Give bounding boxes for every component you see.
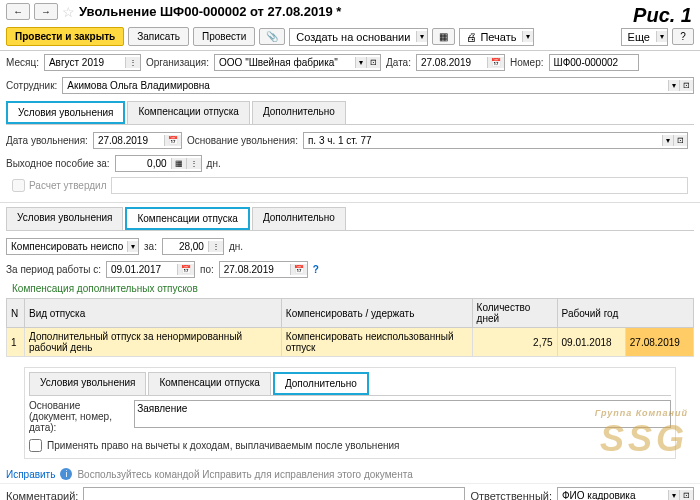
comp-mode-field[interactable]: ▾ [6,238,139,255]
tab3-dopolnitelno[interactable]: Дополнительно [273,372,369,395]
eshche-dropdown[interactable]: Еще▾ [621,28,668,46]
help-icon[interactable]: ? [313,264,319,275]
watermark: Группа Компаний SSG [595,408,688,460]
month-field[interactable]: ⋮ [44,54,141,71]
sozdat-dropdown[interactable]: Создать на основании▾ [289,28,428,46]
employee-field[interactable]: ▾⊡ [62,77,694,94]
favorite-icon[interactable]: ☆ [62,4,75,20]
back-button[interactable]: ← [6,3,30,20]
col-days: Количество дней [472,299,557,328]
raschet-label: Расчет утвердил [29,180,107,191]
dismiss-date-label: Дата увольнения: [6,135,88,146]
comp-days-field[interactable]: ⋮ [162,238,224,255]
vyhodnoe-field[interactable]: ▦⋮ [115,155,202,172]
comment-field[interactable] [83,487,465,500]
col-komp: Компенсировать / удержать [281,299,472,328]
dop-osn-field[interactable]: Заявление [134,400,671,428]
month-label: Месяц: [6,57,39,68]
period-label: За период работы с: [6,264,101,275]
org-label: Организация: [146,57,209,68]
ispravit-link[interactable]: Исправить [6,469,55,480]
dismiss-date-field[interactable]: 📅 [93,132,182,149]
document-title: Увольнение ШФ00-000002 от 27.08.2019 * [79,4,694,19]
vychety-checkbox[interactable] [29,439,42,452]
po-label: по: [200,264,214,275]
col-vid: Вид отпуска [25,299,282,328]
osnovanie-label: Основание увольнения: [187,135,298,146]
tab3-kompensacii[interactable]: Компенсации отпуска [148,372,270,395]
figure-label: Рис. 1 [633,4,692,27]
period-to-field[interactable]: 📅 [219,261,308,278]
ispravit-hint: Воспользуйтесь командой Исправить для ис… [77,469,412,480]
raschet-checkbox [12,179,25,192]
date-field[interactable]: 📅 [416,54,505,71]
dop-osn-label: Основание (документ, номер, дата): [29,400,129,433]
raschet-field [111,177,688,194]
col-year: Рабочий год [557,299,693,328]
tab2-dopolnitelno[interactable]: Дополнительно [252,207,346,230]
attach-button[interactable]: 📎 [259,28,285,45]
tab-dopolnitelno[interactable]: Дополнительно [252,101,346,124]
comp-section-title: Компенсация дополнительных отпусков [6,281,694,296]
tabs-3: Условия увольнения Компенсации отпуска Д… [29,372,671,396]
tabs-2: Условия увольнения Компенсации отпуска Д… [6,207,694,231]
pechat-dropdown[interactable]: 🖨 Печать▾ [459,28,534,46]
table-row[interactable]: 1 Дополнительный отпуск за ненормированн… [7,328,694,357]
zapisat-button[interactable]: Записать [128,27,189,46]
osnovanie-field[interactable]: ▾⊡ [303,132,688,149]
tab3-usloviya[interactable]: Условия увольнения [29,372,146,395]
provesti-zakryt-button[interactable]: Провести и закрыть [6,27,124,46]
dn-label: дн. [207,158,221,169]
tab-usloviya[interactable]: Условия увольнения [6,101,125,124]
vychety-label: Применять право на вычеты к доходам, вып… [47,440,399,451]
otv-field[interactable]: ▾⊡ [557,487,694,500]
otv-label: Ответственный: [470,490,552,501]
help-button[interactable]: ? [672,28,694,45]
vyhodnoe-label: Выходное пособие за: [6,158,110,169]
employee-label: Сотрудник: [6,80,57,91]
period-from-field[interactable]: 📅 [106,261,195,278]
tab-kompensacii[interactable]: Компенсации отпуска [127,101,249,124]
tab2-kompensacii[interactable]: Компенсации отпуска [125,207,249,230]
provesti-button[interactable]: Провести [193,27,255,46]
comment-label: Комментарий: [6,490,78,501]
tabs-1: Условия увольнения Компенсации отпуска Д… [6,101,694,125]
info-icon: i [60,468,72,480]
comp-table: N Вид отпуска Компенсировать / удержать … [6,298,694,357]
date-label: Дата: [386,57,411,68]
za-label: за: [144,241,157,252]
dn-label-2: дн. [229,241,243,252]
calc-button[interactable]: ▦ [432,28,455,45]
tab2-usloviya[interactable]: Условия увольнения [6,207,123,230]
number-label: Номер: [510,57,544,68]
forward-button[interactable]: → [34,3,58,20]
col-n: N [7,299,25,328]
number-field[interactable] [549,54,639,71]
org-field[interactable]: ▾⊡ [214,54,381,71]
